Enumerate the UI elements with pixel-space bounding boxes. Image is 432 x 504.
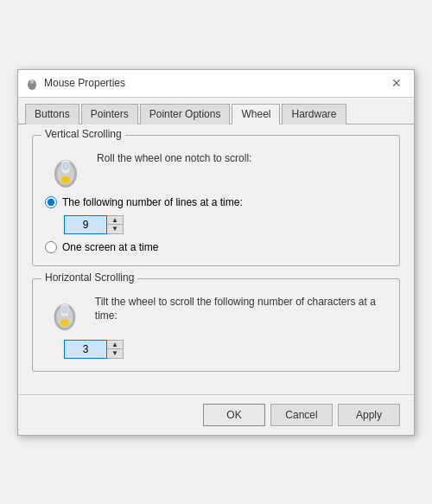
lines-spinner-row: ▲ ▼ (64, 215, 387, 234)
mouse-properties-dialog: Mouse Properties ✕ Buttons Pointers Poin… (17, 69, 415, 436)
dialog-content: Vertical Scrolling Roll the wheel one no… (18, 124, 414, 394)
radio-lines-input[interactable] (45, 196, 57, 208)
vertical-scrolling-group: Vertical Scrolling Roll the wheel one no… (32, 135, 400, 266)
chars-spinner-buttons: ▲ ▼ (107, 340, 124, 359)
horizontal-icon-row: Tilt the wheel to scroll the following n… (45, 291, 387, 333)
tab-pointers[interactable]: Pointers (81, 104, 138, 124)
vertical-scroll-icon (45, 148, 86, 189)
vertical-icon-row: Roll the wheel one notch to scroll: (45, 148, 387, 189)
vertical-scroll-description: Roll the wheel one notch to scroll: (97, 151, 251, 166)
radio-lines-label: The following number of lines at a time: (62, 196, 243, 208)
dialog-title-icon (25, 76, 39, 90)
tab-bar: Buttons Pointers Pointer Options Wheel H… (18, 98, 414, 124)
radio-screen-row: One screen at a time (45, 241, 387, 253)
chars-value-input[interactable] (64, 340, 107, 359)
lines-spinner-buttons: ▲ ▼ (107, 215, 124, 234)
horizontal-scrolling-group: Horizontal Scrolling Tilt the wheel to s… (32, 278, 400, 372)
apply-button[interactable]: Apply (338, 404, 400, 426)
svg-point-8 (61, 176, 70, 182)
title-bar-left: Mouse Properties (25, 76, 125, 90)
chars-decrement-button[interactable]: ▼ (107, 348, 123, 357)
title-bar: Mouse Properties ✕ (18, 70, 414, 98)
horizontal-scrolling-title: Horizontal Scrolling (41, 271, 137, 284)
horizontal-scrolling-content: Tilt the wheel to scroll the following n… (45, 291, 387, 359)
horizontal-scroll-icon (45, 291, 85, 333)
chars-spinner-row: ▲ ▼ (64, 340, 387, 359)
cancel-button[interactable]: Cancel (270, 404, 333, 426)
close-button[interactable]: ✕ (386, 73, 407, 93)
radio-lines-row: The following number of lines at a time: (45, 196, 387, 208)
ok-button[interactable]: OK (203, 404, 265, 426)
chars-increment-button[interactable]: ▲ (107, 341, 123, 349)
svg-rect-12 (62, 306, 67, 313)
dialog-title: Mouse Properties (44, 77, 125, 89)
radio-screen-label: One screen at a time (62, 241, 158, 253)
lines-decrement-button[interactable]: ▼ (107, 224, 123, 233)
svg-rect-6 (63, 163, 68, 169)
svg-point-14 (60, 319, 69, 324)
tab-buttons[interactable]: Buttons (25, 104, 79, 124)
horizontal-scroll-description: Tilt the wheel to scroll the following n… (95, 295, 387, 324)
tab-hardware[interactable]: Hardware (282, 104, 346, 124)
vertical-scrolling-content: Roll the wheel one notch to scroll: The … (45, 148, 387, 253)
lines-increment-button[interactable]: ▲ (107, 216, 123, 225)
vertical-scrolling-title: Vertical Scrolling (41, 128, 125, 140)
lines-value-input[interactable] (64, 215, 107, 234)
radio-screen-input[interactable] (45, 241, 57, 253)
tab-pointer-options[interactable]: Pointer Options (140, 104, 231, 124)
dialog-footer: OK Cancel Apply (18, 394, 414, 435)
tab-wheel[interactable]: Wheel (232, 104, 280, 124)
